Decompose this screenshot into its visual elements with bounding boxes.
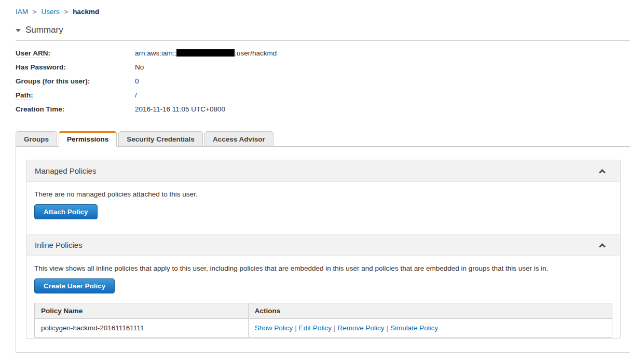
tab-groups[interactable]: Groups <box>16 131 57 147</box>
inline-policies-header[interactable]: Inline Policies <box>26 234 620 256</box>
simulate-policy-link[interactable]: Simulate Policy <box>390 324 438 332</box>
user-arn-suffix: :user/hackmd <box>235 49 277 57</box>
chevron-up-icon <box>599 169 606 176</box>
policy-name-cell: policygen-hackmd-201611161111 <box>35 319 249 338</box>
has-password-label: Has Password: <box>16 63 135 72</box>
action-separator: | <box>334 324 336 332</box>
caret-down-icon <box>16 29 21 32</box>
breadcrumb-separator: > <box>64 8 68 16</box>
summary-fields: User ARN: arn:aws:iam:::user/hackmd Has … <box>16 49 630 114</box>
create-user-policy-button[interactable]: Create User Policy <box>34 278 115 293</box>
tab-security-credentials[interactable]: Security Credentials <box>118 131 203 147</box>
path-label-text: Path: <box>16 91 33 100</box>
user-arn-label-text: User ARN: <box>16 49 50 58</box>
permissions-tab-panel: Managed Policies There are no managed po… <box>16 146 630 353</box>
user-arn-prefix: arn:aws:iam:: <box>135 49 176 57</box>
action-separator: | <box>295 324 297 332</box>
user-arn-value: arn:aws:iam:::user/hackmd <box>135 49 277 58</box>
summary-title: Summary <box>25 25 63 35</box>
show-policy-link[interactable]: Show Policy <box>255 324 293 332</box>
field-row-path: Path: / <box>16 91 630 100</box>
tab-access-advisor[interactable]: Access Advisor <box>204 131 273 147</box>
groups-label: Groups (for this user): <box>16 77 135 86</box>
inline-policies-body: This view shows all inline policies that… <box>26 256 620 338</box>
creation-time-label: Creation Time: <box>16 105 135 114</box>
managed-policies-body: There are no managed policies attached t… <box>26 182 620 234</box>
has-password-value: No <box>135 63 144 72</box>
table-row: policygen-hackmd-201611161111 Show Polic… <box>35 319 612 338</box>
action-separator: | <box>386 324 388 332</box>
policy-name-column-header: Policy Name <box>35 303 249 319</box>
breadcrumb: IAM > Users > hackmd <box>0 0 630 16</box>
creation-time-value: 2016-11-16 11:05 UTC+0800 <box>135 105 225 114</box>
field-row-creation-time: Creation Time: 2016-11-16 11:05 UTC+0800 <box>16 105 630 114</box>
inline-policies-table: Policy Name Actions policygen-hackmd-201… <box>34 303 612 338</box>
managed-policies-title: Managed Policies <box>35 166 96 175</box>
groups-value: 0 <box>135 77 139 86</box>
breadcrumb-current-user: hackmd <box>73 8 99 16</box>
tab-bar: Groups Permissions Security Credentials … <box>16 131 630 147</box>
managed-policies-empty-message: There are no managed policies attached t… <box>34 190 612 198</box>
field-row-has-password: Has Password: No <box>16 63 630 72</box>
summary-divider <box>16 40 630 40</box>
tab-permissions[interactable]: Permissions <box>59 131 117 147</box>
breadcrumb-link-users[interactable]: Users <box>41 8 59 16</box>
actions-column-header: Actions <box>248 303 612 319</box>
inline-policies-title: Inline Policies <box>35 241 83 249</box>
remove-policy-link[interactable]: Remove Policy <box>337 324 384 332</box>
field-row-user-arn: User ARN: arn:aws:iam:::user/hackmd <box>16 49 630 58</box>
actions-cell: Show Policy|Edit Policy|Remove Policy|Si… <box>248 319 612 338</box>
attach-policy-button[interactable]: Attach Policy <box>34 204 98 219</box>
policies-accordion: Managed Policies There are no managed po… <box>26 160 621 339</box>
edit-policy-link[interactable]: Edit Policy <box>299 324 332 332</box>
path-label: Path: <box>16 91 135 100</box>
user-arn-label: User ARN: <box>16 49 135 58</box>
table-header-row: Policy Name Actions <box>35 303 612 319</box>
redacted-account-id <box>176 49 235 57</box>
path-value: / <box>135 91 137 100</box>
summary-section-toggle[interactable]: Summary <box>16 25 630 35</box>
field-row-groups: Groups (for this user): 0 <box>16 77 630 86</box>
chevron-up-icon <box>599 243 606 250</box>
breadcrumb-separator: > <box>33 8 37 16</box>
inline-policies-description: This view shows all inline policies that… <box>34 264 612 272</box>
breadcrumb-link-iam[interactable]: IAM <box>16 8 28 16</box>
managed-policies-header[interactable]: Managed Policies <box>26 160 620 182</box>
